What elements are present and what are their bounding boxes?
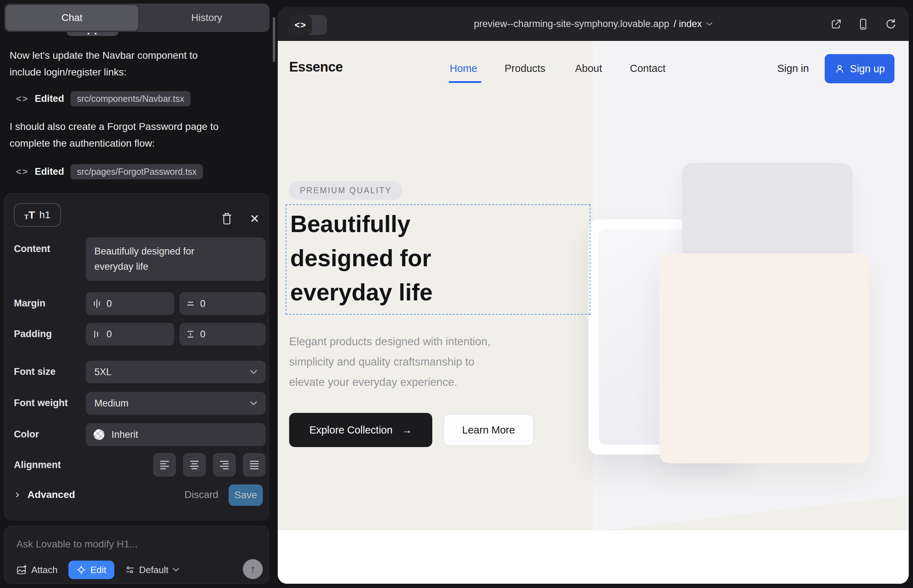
chevron-down-icon (250, 401, 257, 406)
attach-label: Attach (31, 564, 58, 575)
preview-path: / index (674, 18, 702, 29)
padding-horizontal-value: 0 (107, 329, 112, 340)
align-center-icon (189, 460, 199, 470)
tab-history[interactable]: History (139, 3, 274, 32)
composer-input[interactable]: Ask Lovable to modify H1... (16, 538, 138, 550)
message-line: include login/register links: (10, 64, 259, 81)
edited-label: Edited (34, 93, 64, 104)
save-button[interactable]: Save (228, 485, 263, 506)
message-line: I should also create a Forgot Password p… (10, 118, 259, 135)
edited-file-row: <> Edited src/pages/ForgotPassword.tsx (16, 164, 203, 179)
chat-composer: Ask Lovable to modify H1... Attach (4, 526, 269, 584)
mobile-phone-icon (857, 18, 869, 30)
nav-link-about[interactable]: About (575, 63, 602, 74)
mode-label: Default (139, 564, 168, 575)
font-weight-value: Medium (94, 398, 129, 409)
font-size-select[interactable]: 5XL (86, 360, 265, 383)
preview-page: Essence Home Products About Contact Sign… (278, 41, 909, 584)
arrow-right-icon: → (401, 424, 412, 436)
color-picker-field[interactable]: Inherit (86, 423, 265, 446)
margin-vertical-input[interactable]: 0 (180, 292, 265, 315)
tab-chat[interactable]: Chat (6, 5, 138, 31)
heading-line: Beautifully (290, 207, 433, 241)
site-logo[interactable]: Essence (289, 60, 343, 75)
font-weight-select[interactable]: Medium (86, 392, 265, 415)
refresh-button[interactable] (884, 18, 897, 31)
close-editor-button[interactable]: ✕ (247, 211, 262, 226)
margin-horizontal-icon (93, 298, 101, 309)
edit-mode-button[interactable]: Edit (68, 561, 114, 579)
align-right-icon (219, 460, 229, 470)
color-label: Color (14, 429, 39, 440)
chat-panel: Chat History Now let's update the Navbar… (0, 0, 278, 588)
edited-label: Edited (34, 166, 64, 177)
chevron-right-icon: › (15, 487, 19, 501)
content-textarea[interactable]: Beautifully designed for everyday life (86, 237, 265, 281)
premium-quality-badge: PREMIUM QUALITY (289, 181, 402, 200)
advanced-toggle[interactable]: Advanced (28, 489, 75, 501)
padding-vertical-icon (186, 329, 194, 339)
nav-link-products[interactable]: Products (505, 63, 545, 74)
padding-vertical-input[interactable]: 0 (180, 323, 265, 346)
url-bar[interactable]: preview--charming-site-symphony.lovable.… (278, 7, 909, 41)
padding-label: Padding (14, 328, 52, 339)
hero-heading[interactable]: Beautifully designed for everyday life (290, 207, 433, 309)
file-chip[interactable]: src/components/Navbar.tsx (71, 91, 191, 107)
explore-collection-button[interactable]: Explore Collection → (289, 413, 432, 447)
sign-in-link[interactable]: Sign in (777, 63, 809, 74)
preview-url: preview--charming-site-symphony.lovable.… (474, 18, 669, 29)
user-icon (834, 63, 845, 74)
file-chip[interactable]: src/pages/ForgotPassword.tsx (71, 164, 203, 179)
edit-label: Edit (91, 564, 107, 575)
mode-select[interactable]: Default (125, 564, 179, 575)
sign-up-label: Sign up (850, 63, 885, 75)
message-line: Now let's update the Navbar component to (10, 47, 259, 64)
align-justify-icon (249, 460, 259, 470)
margin-label: Margin (14, 298, 45, 309)
content-value-line: everyday life (94, 259, 194, 275)
trash-icon (221, 212, 233, 225)
padding-vertical-value: 0 (200, 329, 206, 340)
nav-link-home[interactable]: Home (450, 63, 477, 74)
decorative-cream-rectangle (659, 254, 869, 464)
sign-up-button[interactable]: Sign up (825, 54, 895, 83)
explore-collection-label: Explore Collection (309, 424, 393, 436)
active-nav-underline (448, 81, 481, 83)
open-in-new-tab-button[interactable] (830, 18, 842, 31)
align-right-button[interactable] (213, 453, 236, 477)
color-value: Inherit (112, 429, 138, 440)
paragraph-line: simplicity and quality craftsmanship to (289, 352, 490, 372)
send-button[interactable]: ↑ (243, 559, 263, 579)
paragraph-line: elevate your everyday experience. (289, 372, 490, 392)
typography-icon: TT (24, 210, 35, 220)
mobile-preview-button[interactable] (857, 18, 869, 31)
align-center-button[interactable] (183, 453, 206, 477)
attach-button[interactable]: Attach (16, 564, 58, 575)
scrolled-message-peek (67, 32, 118, 36)
close-icon: ✕ (249, 212, 260, 226)
delete-element-button[interactable] (219, 211, 235, 226)
padding-horizontal-input[interactable]: 0 (86, 323, 174, 346)
scrollbar-thumb[interactable] (273, 17, 275, 62)
nav-link-contact[interactable]: Contact (630, 63, 665, 74)
message-line: complete the authentication flow: (10, 135, 259, 152)
margin-horizontal-input[interactable]: 0 (86, 292, 174, 315)
assistant-message: Now let's update the Navbar component to… (10, 47, 259, 81)
align-justify-button[interactable] (243, 453, 265, 477)
arrow-up-icon: ↑ (250, 563, 256, 575)
next-section-background (278, 530, 909, 584)
preview-browser: <> preview--charming-site-symphony.lovab… (278, 7, 909, 584)
external-link-icon (830, 18, 842, 30)
discard-button[interactable]: Discard (167, 489, 218, 501)
edited-file-row: <> Edited src/components/Navbar.tsx (16, 91, 191, 107)
learn-more-label: Learn More (462, 424, 515, 436)
align-left-button[interactable] (153, 453, 176, 477)
margin-horizontal-value: 0 (107, 298, 112, 309)
learn-more-button[interactable]: Learn More (444, 414, 534, 446)
element-tag-label: h1 (39, 209, 50, 221)
chevron-down-icon (706, 22, 712, 26)
lovable-app: Chat History Now let's update the Navbar… (0, 0, 913, 588)
assistant-message: I should also create a Forgot Password p… (10, 118, 259, 152)
composer-toolbar: Attach Edit (16, 560, 179, 580)
content-label: Content (14, 244, 50, 255)
